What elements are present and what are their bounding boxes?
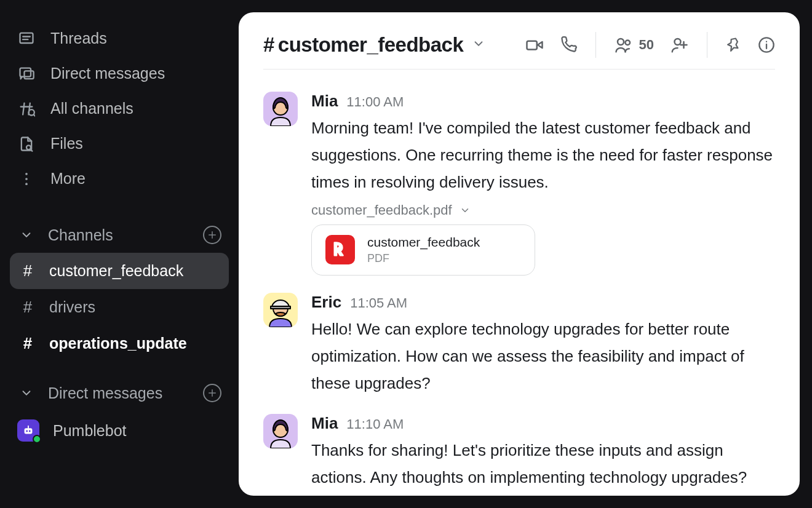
separator xyxy=(707,32,707,58)
attachment-card[interactable]: customer_feedback PDF xyxy=(311,224,535,276)
svg-rect-23 xyxy=(527,41,536,50)
avatar[interactable] xyxy=(263,414,298,448)
channel-customer-feedback[interactable]: # customer_feedback xyxy=(10,253,229,289)
svg-point-32 xyxy=(766,41,767,42)
message: Eric 11:05 AM Hello! We can explore tech… xyxy=(263,283,775,405)
message-text: Hello! We can explore technology upgrade… xyxy=(311,316,775,397)
dm-label: Pumblebot xyxy=(53,422,127,440)
channel-panel: #customer_feedback 50 xyxy=(239,12,800,496)
channel-label: drivers xyxy=(49,298,95,316)
add-dm-button[interactable] xyxy=(203,384,221,402)
channel-title-button[interactable]: #customer_feedback xyxy=(263,33,485,57)
channel-label: operations_update xyxy=(49,335,187,352)
nav-threads[interactable]: Threads xyxy=(10,21,229,56)
info-button[interactable] xyxy=(758,36,775,54)
avatar[interactable] xyxy=(263,92,298,126)
pin-button[interactable] xyxy=(726,37,742,53)
svg-point-12 xyxy=(25,172,28,175)
channels-section-header[interactable]: Channels xyxy=(10,217,229,253)
nav-more[interactable]: More xyxy=(10,161,229,196)
message-time: 11:05 AM xyxy=(350,295,407,311)
nav-label: Direct messages xyxy=(50,65,165,82)
nav-label: Files xyxy=(50,135,83,153)
nav-label: Threads xyxy=(50,30,107,47)
video-call-button[interactable] xyxy=(525,36,544,54)
svg-point-21 xyxy=(29,430,31,432)
message-time: 11:10 AM xyxy=(346,416,404,432)
svg-point-13 xyxy=(25,178,28,180)
member-count: 50 xyxy=(639,37,654,53)
channel-title: #customer_feedback xyxy=(263,33,463,57)
more-icon xyxy=(17,170,36,188)
hash-icon: # xyxy=(20,298,36,317)
people-icon xyxy=(615,36,633,54)
message-time: 11:00 AM xyxy=(346,94,404,110)
files-icon xyxy=(17,135,36,153)
add-channel-button[interactable] xyxy=(203,226,221,244)
channel-drivers[interactable]: # drivers xyxy=(10,289,229,325)
separator xyxy=(595,32,596,58)
message-text: Thanks for sharing! Let's prioritize the… xyxy=(311,437,775,491)
members-button[interactable]: 50 xyxy=(615,36,654,54)
attachment-label: customer_feedback.pdf xyxy=(311,202,452,218)
channel-header: #customer_feedback 50 xyxy=(239,12,800,69)
message: Mia 11:10 AM Thanks for sharing! Let's p… xyxy=(263,404,775,496)
chevron-down-icon xyxy=(460,205,471,216)
svg-rect-35 xyxy=(271,306,290,309)
svg-rect-0 xyxy=(20,33,33,42)
nav-files[interactable]: Files xyxy=(10,126,229,161)
message-text: Morning team! I've compiled the latest c… xyxy=(311,114,775,196)
svg-point-26 xyxy=(625,41,630,46)
svg-point-27 xyxy=(675,39,681,45)
sidebar: Threads Direct messages All channels Fil… xyxy=(0,0,239,508)
message: Mia 11:00 AM Morning team! I've compiled… xyxy=(263,82,775,283)
message-list: Mia 11:00 AM Morning team! I've compiled… xyxy=(239,69,800,496)
hash-icon: # xyxy=(20,334,36,353)
svg-point-20 xyxy=(26,430,28,432)
section-label: Direct messages xyxy=(48,384,162,402)
presence-indicator xyxy=(33,435,41,443)
chevron-down-icon xyxy=(472,37,485,53)
channel-name: customer_feedback xyxy=(278,33,463,56)
chevron-down-icon xyxy=(17,228,36,242)
attachment-toggle[interactable]: customer_feedback.pdf xyxy=(311,202,775,218)
chevron-down-icon xyxy=(17,386,36,400)
nav-direct-messages[interactable]: Direct messages xyxy=(10,56,229,91)
svg-rect-4 xyxy=(25,71,34,79)
hash-icon: # xyxy=(20,261,36,280)
add-member-button[interactable] xyxy=(670,36,688,54)
message-author[interactable]: Mia xyxy=(311,92,338,111)
dms-section-header[interactable]: Direct messages xyxy=(10,375,229,411)
nav-label: All channels xyxy=(50,100,133,117)
message-author[interactable]: Eric xyxy=(311,293,341,312)
avatar[interactable] xyxy=(263,293,298,327)
audio-call-button[interactable] xyxy=(560,36,577,54)
svg-line-5 xyxy=(23,103,24,114)
channel-operations-update[interactable]: # operations_update xyxy=(10,325,229,362)
message-author[interactable]: Mia xyxy=(311,414,338,433)
svg-line-9 xyxy=(34,114,35,116)
nav-label: More xyxy=(50,170,86,188)
svg-point-14 xyxy=(25,183,28,185)
svg-marker-24 xyxy=(538,42,543,48)
attachment-name: customer_feedback xyxy=(367,235,480,250)
dm-icon xyxy=(17,65,36,82)
channel-label: customer_feedback xyxy=(49,262,183,280)
bot-avatar xyxy=(17,419,39,442)
nav-all-channels[interactable]: All channels xyxy=(10,91,229,126)
dm-pumblebot[interactable]: Pumblebot xyxy=(10,411,229,450)
pdf-icon xyxy=(325,235,355,264)
section-label: Channels xyxy=(48,226,113,244)
threads-icon xyxy=(17,30,36,47)
svg-rect-3 xyxy=(20,68,31,76)
header-actions: 50 xyxy=(525,32,775,58)
svg-rect-19 xyxy=(25,428,33,434)
attachment-type: PDF xyxy=(367,252,480,265)
all-channels-icon xyxy=(17,100,36,117)
svg-point-25 xyxy=(618,39,624,45)
